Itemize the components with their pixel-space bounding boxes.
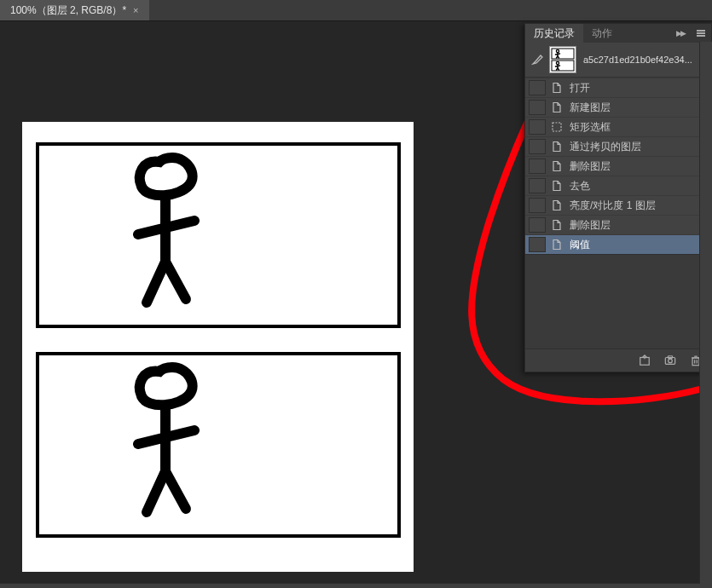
panel-menu-button[interactable] <box>691 30 711 37</box>
svg-point-25 <box>669 359 673 363</box>
history-step-label: 亮度/对比度 1 图层 <box>570 199 656 213</box>
svg-rect-26 <box>692 358 699 366</box>
svg-line-2 <box>147 262 165 303</box>
history-list[interactable]: 打开新建图层矩形选框通过拷贝的图层删除图层去色亮度/对比度 1 图层删除图层阈值 <box>525 78 711 254</box>
history-step-label: 去色 <box>570 179 590 193</box>
history-visibility-toggle[interactable] <box>529 237 546 252</box>
history-visibility-toggle[interactable] <box>529 198 546 213</box>
history-item[interactable]: 矩形选框 <box>525 117 711 136</box>
svg-rect-9 <box>552 61 574 71</box>
history-item[interactable]: 删除图层 <box>525 215 711 234</box>
snapshot-name: a5c27d1ed21b0ef42e34... <box>583 55 706 65</box>
svg-rect-20 <box>553 123 561 131</box>
history-empty-area <box>525 254 711 349</box>
history-item[interactable]: 删除图层 <box>525 156 711 176</box>
snapshot-thumbnail <box>549 46 576 73</box>
new-snapshot-from-state-icon[interactable] <box>638 354 651 367</box>
history-item[interactable]: 新建图层 <box>525 97 711 117</box>
svg-line-6 <box>147 471 165 512</box>
svg-line-17 <box>556 66 560 66</box>
history-step-label: 阈值 <box>570 238 590 252</box>
history-brush-icon <box>530 53 544 66</box>
history-step-label: 打开 <box>570 81 590 95</box>
panel-collapse-button[interactable]: ▶▶ <box>670 29 691 37</box>
stick-figure-icon <box>113 149 232 320</box>
svg-point-10 <box>556 49 559 52</box>
svg-line-5 <box>138 430 194 444</box>
history-visibility-toggle[interactable] <box>529 139 546 154</box>
workspace: 历史记录 动作 ▶▶ a5c27d1ed21b0ef42e34. <box>0 21 712 588</box>
history-step-label: 删除图层 <box>570 218 611 233</box>
svg-line-7 <box>165 471 186 509</box>
document-tab[interactable]: 100%（图层 2, RGB/8）* × <box>0 0 149 20</box>
history-visibility-toggle[interactable] <box>529 100 546 115</box>
history-item[interactable]: 去色 <box>525 176 711 195</box>
history-item[interactable]: 阈值 <box>525 234 711 254</box>
window-horizontal-scrollbar[interactable] <box>0 583 700 588</box>
history-step-icon <box>549 119 564 135</box>
svg-line-19 <box>558 68 559 70</box>
history-item[interactable]: 打开 <box>525 78 711 97</box>
history-step-icon <box>549 80 564 95</box>
history-step-label: 通过拷贝的图层 <box>570 140 641 154</box>
window-vertical-scrollbar[interactable] <box>699 42 712 588</box>
history-step-icon <box>549 217 564 233</box>
svg-line-12 <box>556 54 560 55</box>
artwork-frame-top <box>36 142 401 328</box>
svg-rect-8 <box>552 49 574 59</box>
history-visibility-toggle[interactable] <box>529 217 546 233</box>
history-step-icon <box>549 100 564 115</box>
history-step-icon <box>549 198 564 213</box>
artwork-frame-bottom <box>36 352 401 538</box>
svg-line-14 <box>558 56 559 58</box>
history-step-label: 矩形选框 <box>570 120 611 135</box>
history-step-icon <box>549 159 564 174</box>
svg-line-3 <box>165 262 186 299</box>
history-visibility-toggle[interactable] <box>529 80 546 95</box>
history-step-icon <box>549 237 564 252</box>
history-item[interactable]: 亮度/对比度 1 图层 <box>525 195 711 215</box>
history-step-icon <box>549 139 564 154</box>
svg-point-15 <box>556 61 559 64</box>
history-step-icon <box>549 178 564 193</box>
history-step-label: 删除图层 <box>570 159 611 174</box>
svg-line-1 <box>138 221 194 234</box>
stick-figure-icon <box>113 359 232 529</box>
history-panel-footer <box>525 349 711 372</box>
new-snapshot-icon[interactable] <box>663 354 677 367</box>
close-icon[interactable]: × <box>133 5 138 15</box>
canvas[interactable] <box>22 122 414 572</box>
history-panel: 历史记录 动作 ▶▶ a5c27d1ed21b0ef42e34. <box>524 23 712 372</box>
artboard <box>22 122 414 572</box>
document-tab-title: 100%（图层 2, RGB/8）* <box>10 3 126 18</box>
history-visibility-toggle[interactable] <box>529 119 546 135</box>
history-snapshot-row[interactable]: a5c27d1ed21b0ef42e34... <box>525 43 711 78</box>
history-item[interactable]: 通过拷贝的图层 <box>525 136 711 156</box>
tab-actions[interactable]: 动作 <box>583 24 621 43</box>
history-visibility-toggle[interactable] <box>529 159 546 174</box>
panel-tab-bar: 历史记录 动作 ▶▶ <box>525 24 711 43</box>
tab-history[interactable]: 历史记录 <box>525 24 583 43</box>
document-tab-bar: 100%（图层 2, RGB/8）* × <box>0 0 712 21</box>
history-visibility-toggle[interactable] <box>529 178 546 193</box>
history-step-label: 新建图层 <box>570 101 611 115</box>
